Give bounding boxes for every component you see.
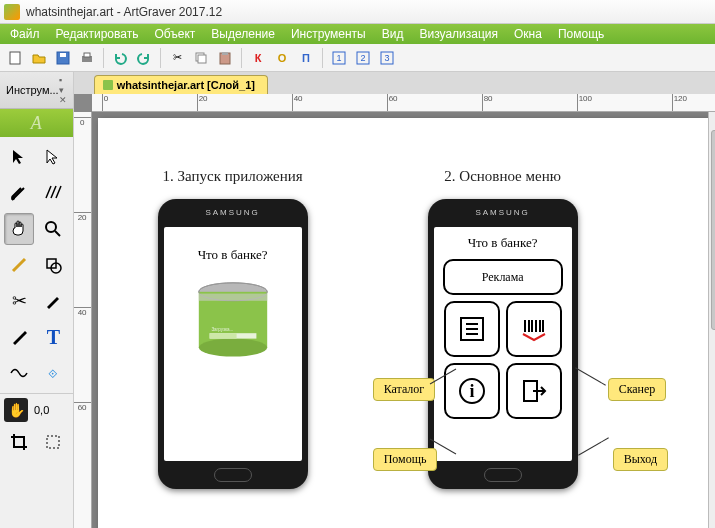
exit-cell-icon: [506, 363, 562, 419]
path-tool-icon[interactable]: [4, 357, 34, 389]
clear-tool-icon[interactable]: [38, 426, 68, 458]
save-icon[interactable]: [52, 47, 74, 69]
redo-icon[interactable]: [133, 47, 155, 69]
sidebar-title-text: Инструм...: [6, 84, 59, 96]
copy-icon[interactable]: [190, 47, 212, 69]
svg-rect-26: [198, 294, 266, 301]
screen-1-title: Что в банке?: [198, 247, 268, 263]
brush-tool-icon[interactable]: [4, 321, 34, 353]
ad-box: Реклама: [443, 259, 563, 295]
node-tool-icon[interactable]: [38, 141, 68, 173]
menu-visualization[interactable]: Визуализация: [411, 25, 506, 43]
svg-text:Загрузка...: Загрузка...: [211, 327, 233, 332]
app-icon: [4, 4, 20, 20]
svg-rect-2: [60, 53, 66, 57]
svg-point-24: [198, 339, 266, 357]
menu-edit[interactable]: Редактировать: [48, 25, 147, 43]
crop-tool-icon[interactable]: [4, 426, 34, 458]
mockup-launch: 1. Запуск приложения SAMSUNG Что в банке…: [158, 168, 308, 489]
main-toolbar: ✂ К О П 1 2 3: [0, 44, 715, 72]
callout-scanner: Сканер: [608, 378, 667, 401]
link-tool-icon[interactable]: ⟐: [38, 357, 68, 389]
new-file-icon[interactable]: [4, 47, 26, 69]
scrollbar-thumb[interactable]: [711, 130, 715, 330]
sidebar-brand-logo: A: [0, 109, 73, 137]
hatch-tool-icon[interactable]: [38, 177, 68, 209]
scrollbar-vertical[interactable]: [708, 112, 715, 528]
ruler-horizontal[interactable]: 0 20 40 60 80 100 120: [92, 94, 715, 112]
scissors-tool-icon[interactable]: ✂: [4, 285, 34, 317]
menu-tools[interactable]: Инструменты: [283, 25, 374, 43]
hand-tool-icon[interactable]: [4, 213, 34, 245]
select-tool-icon[interactable]: [4, 141, 34, 173]
shape-tool-icon[interactable]: [38, 249, 68, 281]
svg-rect-0: [10, 52, 20, 64]
svg-rect-28: [209, 333, 236, 338]
layout-3-icon[interactable]: 3: [376, 47, 398, 69]
menu-view[interactable]: Вид: [374, 25, 412, 43]
screen-2: Что в банке? Реклама: [434, 227, 572, 461]
coord-display: ✋ 0,0: [0, 393, 73, 426]
undo-icon[interactable]: [109, 47, 131, 69]
pen-tool-icon[interactable]: [38, 285, 68, 317]
canvas-area[interactable]: 1. Запуск приложения SAMSUNG Что в банке…: [92, 112, 715, 528]
coord-value: 0,0: [34, 404, 49, 416]
mockup-1-title: 1. Запуск приложения: [163, 168, 303, 185]
text-tool-icon[interactable]: T: [38, 321, 68, 353]
hand-indicator-icon[interactable]: ✋: [4, 398, 28, 422]
print-icon[interactable]: [76, 47, 98, 69]
layout-2-icon[interactable]: 2: [352, 47, 374, 69]
svg-text:3: 3: [384, 53, 389, 63]
scanner-cell-icon: [506, 301, 562, 357]
layout-1-icon[interactable]: 1: [328, 47, 350, 69]
svg-point-16: [46, 222, 56, 232]
callout-help: Помощь: [373, 448, 438, 471]
svg-text:i: i: [469, 381, 474, 401]
open-file-icon[interactable]: [28, 47, 50, 69]
callout-catalog: Каталог: [373, 378, 436, 401]
document-tab[interactable]: whatsinthejar.art [Слой_1]: [94, 75, 268, 94]
sidebar-title: Инструм... ▪ ▾ ✕: [0, 72, 73, 109]
tools-sidebar: Инструм... ▪ ▾ ✕ A ✂ T ⟐ ✋ 0,0: [0, 72, 74, 528]
tool-p-button[interactable]: П: [295, 47, 317, 69]
screen-1: Что в банке? Загрузка...: [164, 227, 302, 461]
svg-rect-8: [222, 52, 228, 55]
phone-frame-1: SAMSUNG Что в банке?: [158, 199, 308, 489]
phone-brand-1: SAMSUNG: [158, 208, 308, 217]
paste-icon[interactable]: [214, 47, 236, 69]
svg-line-17: [55, 231, 60, 236]
title-bar: whatsinthejar.art - ArtGraver 2017.12: [0, 0, 715, 24]
svg-point-15: [11, 196, 15, 200]
svg-rect-4: [84, 53, 90, 57]
tool-k-button[interactable]: К: [247, 47, 269, 69]
cut-icon[interactable]: ✂: [166, 47, 188, 69]
svg-text:1: 1: [336, 53, 341, 63]
window-title: whatsinthejar.art - ArtGraver 2017.12: [26, 5, 222, 19]
menu-selection[interactable]: Выделение: [203, 25, 283, 43]
sidebar-controls[interactable]: ▪ ▾ ✕: [59, 75, 67, 105]
engrave-tool-icon[interactable]: [4, 177, 34, 209]
canvas-page[interactable]: 1. Запуск приложения SAMSUNG Что в банке…: [98, 118, 715, 528]
screen-2-title: Что в банке?: [468, 235, 538, 251]
catalog-cell-icon: [444, 301, 500, 357]
menu-object[interactable]: Объект: [146, 25, 203, 43]
canvas-wrap: whatsinthejar.art [Слой_1] 0 20 40 60 80…: [74, 72, 715, 528]
menu-help[interactable]: Помощь: [550, 25, 612, 43]
phone-brand-2: SAMSUNG: [428, 208, 578, 217]
phone-frame-2: SAMSUNG Что в банке? Реклама: [428, 199, 578, 489]
zoom-tool-icon[interactable]: [38, 213, 68, 245]
menu-bar: Файл Редактировать Объект Выделение Инст…: [0, 24, 715, 44]
svg-line-18: [13, 259, 25, 271]
jar-can-icon: Загрузка...: [188, 281, 278, 362]
tab-label: whatsinthejar.art [Слой_1]: [117, 79, 255, 91]
menu-file[interactable]: Файл: [2, 25, 48, 43]
svg-rect-6: [198, 55, 206, 63]
document-tab-bar: whatsinthejar.art [Слой_1]: [74, 72, 715, 94]
line-tool-icon[interactable]: [4, 249, 34, 281]
tool-o-button[interactable]: О: [271, 47, 293, 69]
document-tab-icon: [103, 80, 113, 90]
mockup-2-title: 2. Основное меню: [444, 168, 561, 185]
menu-windows[interactable]: Окна: [506, 25, 550, 43]
svg-rect-21: [47, 436, 59, 448]
ruler-vertical[interactable]: 0 20 40 60: [74, 112, 92, 528]
